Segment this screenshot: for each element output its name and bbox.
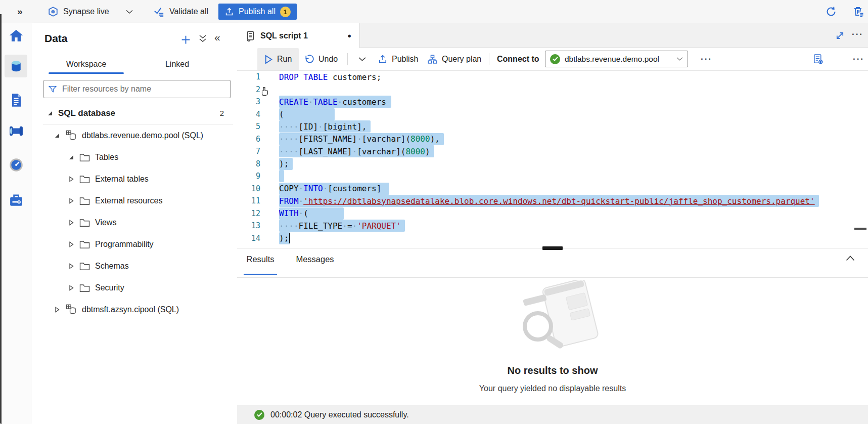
tree-item-dbtmsft-azsyn-cipool-sql[interactable]: dbtmsft.azsyn.cipool (SQL) [32, 299, 237, 320]
undo-button[interactable]: Undo [300, 48, 342, 70]
resource-tree: SQL database2dbtlabs.revenue.demo.pool (… [32, 102, 237, 320]
refresh-button[interactable] [825, 0, 837, 23]
sidebar-item-data[interactable] [5, 55, 27, 77]
line-number: 2 [237, 85, 260, 94]
home-icon [8, 28, 24, 44]
code-line-6[interactable]: 6····[FIRST_NAME]·[varchar](8000), [237, 133, 868, 146]
code-line-1[interactable]: 1DROP TABLE customers; [237, 71, 868, 83]
code-line-7[interactable]: 7····[LAST_NAME]·[varchar](8000) [237, 145, 868, 158]
collapsed-triangle-icon [68, 263, 74, 269]
code-line-5[interactable]: 5····[ID]·[bigint], [237, 120, 868, 133]
sidebar-item-develop[interactable] [5, 89, 27, 111]
sql-pool-icon [65, 304, 77, 315]
collapse-all-button[interactable] [199, 34, 207, 44]
code-line-12[interactable]: 12WITH·( [237, 207, 868, 220]
filter-input[interactable] [61, 84, 226, 94]
validate-all-button[interactable]: Validate all [153, 0, 208, 23]
tree-item-external-tables[interactable]: External tables [32, 168, 237, 190]
panel-title: Data [44, 32, 68, 45]
code-line-8[interactable]: 8); [237, 158, 868, 171]
tree-item-count: 2 [220, 109, 224, 117]
expand-sidebar-button[interactable]: » [17, 0, 23, 23]
folder-icon [79, 153, 90, 162]
results-panel: Results Messages [237, 248, 868, 405]
sidebar-item-integrate[interactable] [5, 119, 27, 142]
toolbar-more-menu[interactable]: ··· [701, 54, 712, 64]
editor-tab-bar: SQL script 1 ● ··· [237, 23, 868, 48]
sidebar-item-manage[interactable] [5, 189, 27, 211]
connect-to-label: Connect to [497, 48, 539, 70]
trash-button[interactable] [852, 0, 864, 23]
line-number: 11 [237, 196, 260, 205]
collapsed-triangle-icon [68, 285, 74, 291]
tree-item-label: dbtlabs.revenue.demo.pool (SQL) [82, 131, 203, 140]
synapse-studio-window: » Synapse live Validate all Publish all … [0, 0, 868, 424]
tree-item-tables[interactable]: Tables [32, 146, 237, 168]
tree-item-security[interactable]: Security [32, 277, 237, 299]
status-message: 00:00:02 Query executed successfully. [270, 410, 409, 419]
code-line-2[interactable]: 2 [237, 83, 868, 96]
double-chevron-left-icon: « [214, 31, 220, 43]
tree-item-label: Programmability [95, 240, 154, 249]
properties-button[interactable] [812, 53, 824, 65]
sql-script-icon [245, 30, 255, 41]
code-line-3[interactable]: 3CREATE·TABLE·customers [237, 96, 868, 108]
tab-sql-script-1[interactable]: SQL script 1 ● [237, 23, 360, 48]
scrollbar-thumb[interactable] [854, 228, 866, 230]
code-line-10[interactable]: 10COPY·INTO·[customers] [237, 183, 868, 195]
code-line-11[interactable]: 11FROM·'https://dbtlabsynapsedatalake.bl… [237, 195, 868, 207]
database-icon [9, 59, 24, 74]
expanded-triangle-icon [68, 154, 74, 160]
line-text: ····FILE_TYPE·=·'PARQUET' [279, 220, 405, 232]
collapsed-triangle-icon [68, 198, 74, 204]
run-label: Run [277, 55, 292, 64]
tree-item-dbtlabs-revenue-demo-pool-sql[interactable]: dbtlabs.revenue.demo.pool (SQL) [32, 124, 237, 146]
tree-item-label: Schemas [95, 262, 129, 271]
publish-all-button[interactable]: Publish all 1 [218, 4, 297, 20]
code-lines: 1DROP TABLE customers;23CREATE·TABLE·cus… [237, 71, 868, 244]
code-line-4[interactable]: 4( [237, 108, 868, 121]
toolbar-separator [347, 53, 348, 65]
line-number: 6 [237, 135, 260, 144]
validate-check-icon [153, 6, 165, 18]
tab-messages[interactable]: Messages [294, 255, 336, 264]
sidebar-item-home[interactable] [5, 24, 27, 47]
tab-more-menu[interactable]: ··· [852, 29, 863, 39]
collapsed-triangle-icon [54, 307, 60, 313]
add-resource-button[interactable] [180, 34, 191, 45]
sidebar-item-monitor[interactable] [5, 153, 27, 176]
chevron-down-icon [676, 57, 683, 61]
publish-upload-icon [378, 54, 388, 64]
tab-title: SQL script 1 [260, 31, 308, 40]
folder-icon [79, 175, 90, 184]
tree-item-external-resources[interactable]: External resources [32, 190, 237, 211]
code-line-9[interactable]: 9 [237, 170, 868, 183]
toolbar-overflow-menu[interactable]: ··· [853, 54, 864, 64]
tree-item-views[interactable]: Views [32, 211, 237, 233]
success-check-icon [254, 410, 264, 420]
tree-item-sql-database[interactable]: SQL database2 [32, 102, 237, 124]
connect-to-pool-select[interactable]: dbtlabs.revenue.demo.pool [545, 51, 688, 67]
collapse-results-button[interactable] [846, 256, 855, 261]
publish-button[interactable]: Publish [374, 48, 422, 70]
pool-name: dbtlabs.revenue.demo.pool [565, 55, 672, 64]
run-options-chevron[interactable] [354, 48, 370, 70]
tree-item-schemas[interactable]: Schemas [32, 255, 237, 277]
expand-editor-button[interactable] [835, 31, 845, 40]
query-plan-button[interactable]: Query plan [423, 48, 485, 70]
code-line-14[interactable]: 14); [237, 232, 868, 245]
tab-results[interactable]: Results [245, 255, 276, 264]
line-number: 14 [237, 234, 260, 243]
panel-resize-handle[interactable] [542, 246, 563, 250]
run-button[interactable]: Run [257, 48, 299, 70]
collapse-panel-button[interactable]: « [214, 31, 220, 44]
environment-selector[interactable]: Synapse live [48, 0, 133, 23]
line-number: 10 [237, 184, 260, 193]
code-line-13[interactable]: 13····FILE_TYPE·=·'PARQUET' [237, 220, 868, 232]
tree-item-label: Tables [95, 153, 118, 162]
environment-label: Synapse live [63, 7, 109, 16]
play-icon [264, 55, 273, 64]
tree-item-programmability[interactable]: Programmability [32, 233, 237, 255]
sql-code-editor[interactable]: 1DROP TABLE customers;23CREATE·TABLE·cus… [237, 71, 868, 248]
tab-linked[interactable]: Linked [141, 60, 214, 75]
